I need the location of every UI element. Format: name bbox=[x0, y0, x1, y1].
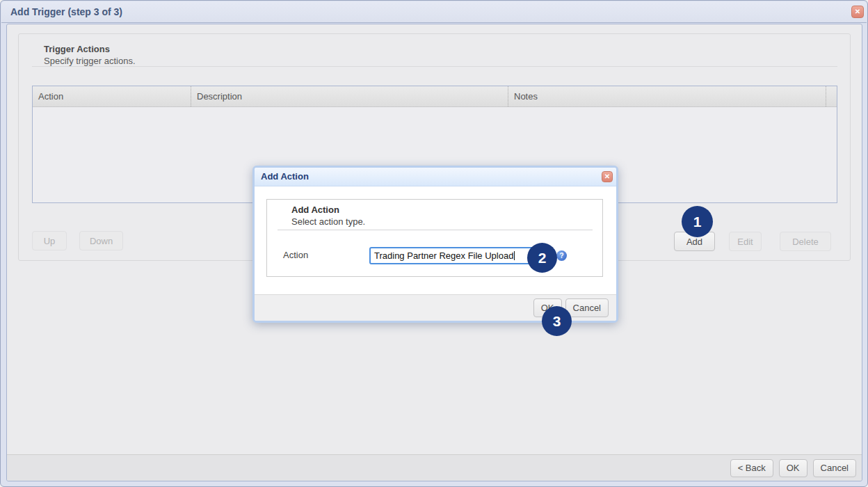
modal-cancel-button[interactable]: Cancel bbox=[565, 298, 609, 317]
action-type-input[interactable]: Trading Partner Regex File Upload bbox=[369, 247, 535, 264]
section-divider bbox=[32, 66, 837, 67]
wizard-cancel-button[interactable]: Cancel bbox=[813, 459, 856, 477]
modal-subheading: Select action type. bbox=[291, 216, 365, 227]
delete-button[interactable]: Delete bbox=[780, 232, 831, 251]
action-type-value: Trading Partner Regex File Upload bbox=[374, 250, 513, 261]
modal-title: Add Action bbox=[261, 168, 309, 186]
modal-close-icon[interactable]: ✕ bbox=[602, 171, 613, 182]
close-icon[interactable]: ✕ bbox=[851, 6, 864, 18]
back-button[interactable]: < Back bbox=[730, 459, 773, 477]
section-heading: Trigger Actions bbox=[44, 44, 110, 54]
add-trigger-dialog: Add Trigger (step 3 of 3) ✕ Trigger Acti… bbox=[0, 0, 868, 487]
up-button[interactable]: Up bbox=[32, 231, 67, 250]
dialog-title: Add Trigger (step 3 of 3) bbox=[10, 1, 122, 23]
annotation-step-2-badge: 2 bbox=[527, 243, 557, 273]
add-action-modal: Add Action ✕ Add Action Select action ty… bbox=[252, 166, 618, 323]
wizard-ok-button[interactable]: OK bbox=[779, 459, 807, 477]
text-cursor-icon bbox=[514, 251, 515, 260]
help-icon[interactable]: ? bbox=[556, 250, 567, 261]
table-header-row: Action Description Notes bbox=[33, 86, 837, 107]
column-header-notes: Notes bbox=[508, 86, 826, 106]
column-header-spacer bbox=[826, 86, 837, 106]
annotation-step-3-badge: 3 bbox=[542, 306, 572, 336]
modal-titlebar: Add Action ✕ bbox=[255, 168, 616, 186]
modal-divider bbox=[278, 230, 593, 230]
section-subheading: Specify trigger actions. bbox=[44, 56, 136, 66]
wizard-footer: < Back OK Cancel bbox=[7, 454, 862, 481]
column-header-action: Action bbox=[33, 86, 191, 106]
down-button[interactable]: Down bbox=[79, 231, 123, 250]
annotation-step-1-badge: 1 bbox=[682, 206, 713, 237]
column-header-description: Description bbox=[191, 86, 508, 106]
dialog-titlebar: Add Trigger (step 3 of 3) bbox=[1, 1, 867, 23]
action-field-label: Action bbox=[283, 250, 308, 260]
edit-button[interactable]: Edit bbox=[729, 232, 762, 251]
modal-heading: Add Action bbox=[291, 205, 339, 215]
